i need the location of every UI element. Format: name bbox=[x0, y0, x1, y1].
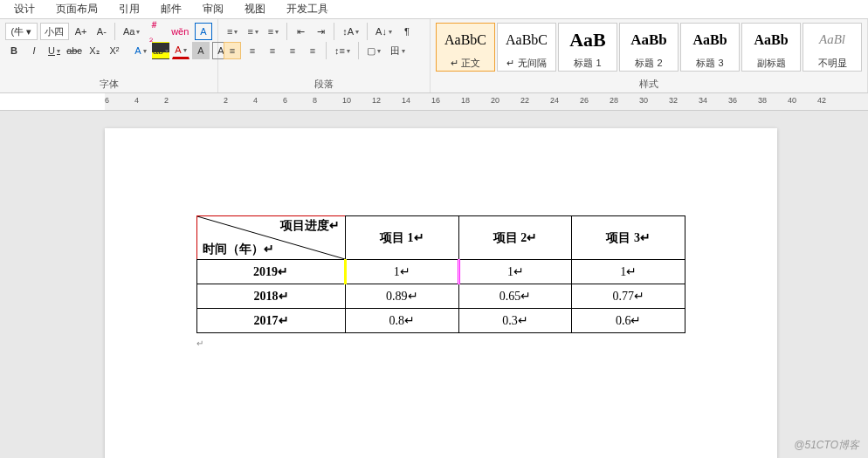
ruler-tick: 28 bbox=[610, 96, 618, 105]
menu-design[interactable]: 设计 bbox=[3, 0, 45, 18]
text-effects-button[interactable]: A bbox=[132, 42, 149, 59]
font-color-button[interactable]: A bbox=[172, 42, 189, 59]
ruler-tick: 8 bbox=[313, 96, 317, 105]
style-name-label: ↵ 正文 bbox=[437, 56, 494, 71]
style-card-6[interactable]: AaBl不明显 bbox=[803, 23, 862, 72]
style-preview: AaBb bbox=[620, 24, 678, 56]
ruler-tick: 12 bbox=[372, 96, 381, 105]
style-card-3[interactable]: AaBb标题 2 bbox=[619, 23, 679, 72]
text-direction-button[interactable]: ↕A bbox=[339, 23, 362, 40]
style-card-5[interactable]: AaBb副标题 bbox=[741, 23, 801, 72]
document-page[interactable]: 项目进度↵ 时间（年）↵ 项目 1↵ 项目 2↵ 项目 3↵ 2019↵ 1↵ … bbox=[105, 128, 777, 458]
font-size-select[interactable]: 小四 bbox=[40, 23, 69, 40]
show-marks-button[interactable]: ¶ bbox=[398, 23, 416, 40]
table-header-row: 项目进度↵ 时间（年）↵ 项目 1↵ 项目 2↵ 项目 3↵ bbox=[197, 216, 685, 260]
document-viewport[interactable]: 项目进度↵ 时间（年）↵ 项目 1↵ 项目 2↵ 项目 3↵ 2019↵ 1↵ … bbox=[0, 111, 868, 458]
menu-view[interactable]: 视图 bbox=[234, 0, 276, 18]
shading-button[interactable]: ▢ bbox=[363, 42, 384, 59]
line-spacing-button[interactable]: ↕≡ bbox=[331, 42, 354, 59]
align-right-button[interactable]: ≡ bbox=[264, 42, 281, 59]
col-header-1[interactable]: 项目 1↵ bbox=[346, 216, 459, 260]
table-row: 2017↵ 0.8↵ 0.3↵ 0.6↵ bbox=[197, 309, 685, 333]
ruler-tick: 2 bbox=[164, 96, 169, 105]
char-shading-button[interactable]: A bbox=[192, 42, 210, 59]
style-name-label: 标题 2 bbox=[620, 56, 678, 71]
style-card-0[interactable]: AaBbC↵ 正文 bbox=[436, 23, 495, 72]
watermark-label: @51CTO博客 bbox=[794, 438, 859, 453]
highlight-button[interactable]: ab bbox=[152, 42, 169, 59]
cell[interactable]: 0.8↵ bbox=[346, 309, 459, 333]
menu-mailings[interactable]: 邮件 bbox=[150, 0, 192, 18]
align-left-button[interactable]: ≡ bbox=[224, 42, 241, 59]
subscript-button[interactable]: X₂ bbox=[86, 42, 103, 59]
ruler-tick: 32 bbox=[669, 96, 678, 105]
align-justify-button[interactable]: ≡ bbox=[284, 42, 301, 59]
style-preview: AaBb bbox=[681, 24, 739, 56]
ruler-tick: 26 bbox=[580, 96, 589, 105]
cell[interactable]: 0.65↵ bbox=[458, 284, 572, 309]
document-table[interactable]: 项目进度↵ 时间（年）↵ 项目 1↵ 项目 2↵ 项目 3↵ 2019↵ 1↵ … bbox=[196, 215, 685, 333]
menu-devtools[interactable]: 开发工具 bbox=[276, 0, 339, 18]
italic-button[interactable]: I bbox=[25, 42, 43, 59]
char-border-button[interactable]: A bbox=[195, 23, 212, 40]
style-name-label: 标题 3 bbox=[681, 56, 739, 71]
grow-font-button[interactable]: A+ bbox=[72, 23, 90, 40]
table-corner-cell[interactable]: 项目进度↵ 时间（年）↵ bbox=[197, 216, 346, 260]
multilevel-list-button[interactable]: ≡ bbox=[265, 23, 282, 40]
underline-button[interactable]: U bbox=[45, 42, 63, 59]
ruler-tick: 40 bbox=[788, 96, 796, 105]
menu-bar: 设计 页面布局 引用 邮件 审阅 视图 开发工具 bbox=[0, 0, 868, 19]
numbering-button[interactable]: ≡ bbox=[244, 23, 261, 40]
cell[interactable]: 0.3↵ bbox=[458, 309, 572, 333]
bullets-button[interactable]: ≡ bbox=[224, 23, 241, 40]
shrink-font-button[interactable]: A- bbox=[93, 23, 110, 40]
ruler-tick: 20 bbox=[491, 96, 499, 105]
row-header-2019[interactable]: 2019↵ bbox=[197, 260, 346, 284]
ribbon-group-paragraph: ≡ ≡ ≡ ⇤ ⇥ ↕A A↓ ¶ ≡ ≡ ≡ ≡ ≡ ↕≡ bbox=[218, 19, 431, 92]
superscript-button[interactable]: X² bbox=[106, 42, 123, 59]
style-card-4[interactable]: AaBb标题 3 bbox=[680, 23, 740, 72]
ruler-tick: 38 bbox=[758, 96, 767, 105]
paragraph-group-label: 段落 bbox=[224, 78, 424, 92]
separator bbox=[334, 23, 334, 40]
style-preview: AaBb bbox=[742, 24, 800, 56]
ruler-tick: 4 bbox=[253, 96, 258, 105]
styles-gallery[interactable]: AaBbC↵ 正文AaBbC↵ 无间隔AaB标题 1AaBb标题 2AaBb标题… bbox=[436, 23, 862, 72]
align-center-button[interactable]: ≡ bbox=[244, 42, 261, 59]
menu-references[interactable]: 引用 bbox=[108, 0, 150, 18]
change-case-button[interactable]: Aa bbox=[120, 23, 143, 40]
strikethrough-button[interactable]: abc bbox=[65, 42, 83, 59]
menu-pagelayout[interactable]: 页面布局 bbox=[45, 0, 108, 18]
horizontal-ruler[interactable]: 6422468101214161820222426283032343638404… bbox=[0, 93, 868, 111]
phonetic-guide-button[interactable]: wěn bbox=[169, 23, 192, 40]
borders-button[interactable]: 田 bbox=[387, 42, 409, 59]
menu-review[interactable]: 审阅 bbox=[192, 0, 234, 18]
style-card-2[interactable]: AaB标题 1 bbox=[558, 23, 617, 72]
ruler-tick: 34 bbox=[699, 96, 707, 105]
align-distribute-button[interactable]: ≡ bbox=[304, 42, 321, 59]
cell[interactable]: 0.89↵ bbox=[346, 284, 459, 309]
col-header-3[interactable]: 项目 3↵ bbox=[572, 216, 685, 260]
clear-formatting-button[interactable]: ＃₂ bbox=[146, 23, 165, 40]
font-family-select[interactable]: (牛 ▾ bbox=[5, 23, 38, 40]
style-preview: AaBbC bbox=[498, 24, 555, 56]
cell[interactable]: 1↵ bbox=[572, 260, 685, 284]
cell[interactable]: 1↵ bbox=[346, 260, 459, 284]
ribbon-group-font: (牛 ▾ 小四 A+ A- Aa ＃₂ wěn A B I U abc X₂ X… bbox=[0, 19, 218, 92]
row-header-2017[interactable]: 2017↵ bbox=[197, 309, 346, 333]
indent-decrease-button[interactable]: ⇤ bbox=[292, 23, 309, 40]
ruler-tick: 36 bbox=[728, 96, 737, 105]
style-card-1[interactable]: AaBbC↵ 无间隔 bbox=[497, 23, 556, 72]
col-header-2[interactable]: 项目 2↵ bbox=[458, 216, 572, 260]
cell[interactable]: 0.6↵ bbox=[572, 309, 685, 333]
sort-button[interactable]: A↓ bbox=[372, 23, 396, 40]
bold-button[interactable]: B bbox=[5, 42, 23, 59]
ruler-tick: 42 bbox=[817, 96, 826, 105]
ruler-tick: 16 bbox=[431, 96, 440, 105]
cell[interactable]: 0.77↵ bbox=[572, 284, 685, 309]
ruler-tick: 24 bbox=[550, 96, 559, 105]
indent-increase-button[interactable]: ⇥ bbox=[312, 23, 329, 40]
cell[interactable]: 1↵ bbox=[458, 260, 572, 284]
row-header-2018[interactable]: 2018↵ bbox=[197, 284, 346, 309]
ruler-tick: 6 bbox=[105, 96, 109, 105]
